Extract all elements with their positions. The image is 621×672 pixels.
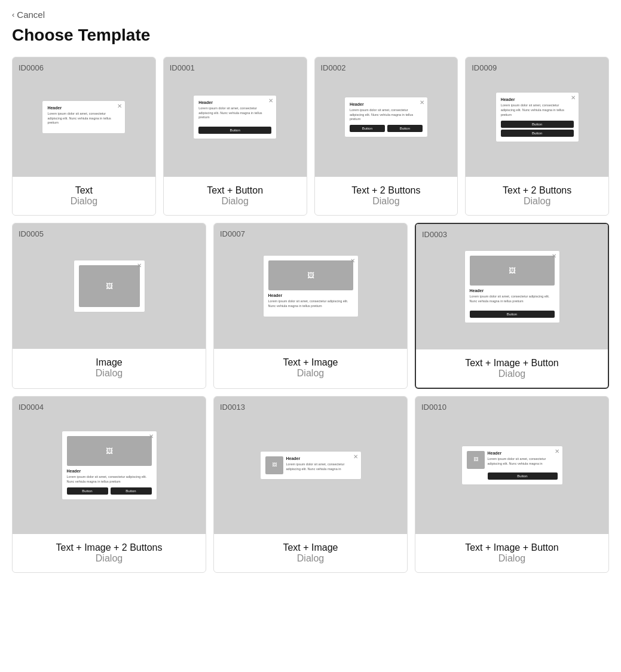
template-card-id0005[interactable]: ID0005 ✕ 🖼 Image Dialog bbox=[12, 223, 206, 389]
card-line1-id0005: Image bbox=[19, 357, 200, 368]
card-label-id0007: Text + Image Dialog bbox=[214, 349, 407, 387]
card-preview-id0009: ID0009 ✕ Header Lorem ipsum dolor sit am… bbox=[466, 57, 608, 177]
template-id-id0013: ID0013 bbox=[220, 403, 245, 412]
page-title: Choose Template bbox=[12, 26, 609, 45]
mini-dialog-id0013: ✕ 🖼 Header Lorem ipsum dolor sit amet, c… bbox=[260, 451, 362, 480]
card-label-id0002: Text + 2 Buttons Dialog bbox=[315, 177, 458, 215]
card-line1-id0006: Text bbox=[19, 185, 149, 196]
template-grid-row2: ID0005 ✕ 🖼 Image Dialog ID0007 ✕ 🖼 Heade… bbox=[12, 223, 609, 389]
card-line2-id0004: Dialog bbox=[19, 553, 200, 564]
card-line1-id0001: Text + Button bbox=[170, 185, 301, 196]
card-line1-id0003: Text + Image + Button bbox=[422, 358, 602, 369]
card-label-id0004: Text + Image + 2 Buttons Dialog bbox=[13, 534, 206, 572]
card-line1-id0013: Text + Image bbox=[220, 542, 401, 553]
card-line2-id0006: Dialog bbox=[19, 196, 149, 207]
template-id-id0010: ID0010 bbox=[421, 403, 446, 412]
card-label-id0010: Text + Image + Button Dialog bbox=[415, 534, 608, 572]
template-id-id0005: ID0005 bbox=[19, 229, 44, 238]
card-line2-id0007: Dialog bbox=[220, 368, 401, 379]
card-line2-id0002: Dialog bbox=[321, 196, 452, 207]
mini-dialog-id0001: ✕ Header Lorem ipsum dolor sit amet, con… bbox=[193, 95, 277, 139]
card-label-id0009: Text + 2 Buttons Dialog bbox=[466, 177, 608, 215]
template-id-id0001: ID0001 bbox=[170, 63, 195, 72]
template-id-id0007: ID0007 bbox=[220, 229, 245, 238]
template-card-id0009[interactable]: ID0009 ✕ Header Lorem ipsum dolor sit am… bbox=[465, 57, 609, 216]
mini-dialog-id0002: ✕ Header Lorem ipsum dolor sit amet, con… bbox=[344, 97, 428, 137]
card-line1-id0004: Text + Image + 2 Buttons bbox=[19, 542, 200, 553]
template-grid-row1: ID0006 ✕ Header Lorem ipsum dolor sit am… bbox=[12, 57, 609, 216]
card-label-id0001: Text + Button Dialog bbox=[164, 177, 307, 215]
card-line2-id0003: Dialog bbox=[422, 369, 602, 379]
card-preview-id0003: ID0003 ✕ 🖼 Header Lorem ipsum dolor sit … bbox=[416, 224, 608, 349]
card-line2-id0009: Dialog bbox=[472, 196, 602, 207]
card-line1-id0002: Text + 2 Buttons bbox=[321, 185, 452, 196]
mini-dialog-id0005: ✕ 🖼 bbox=[74, 260, 145, 312]
card-preview-id0004: ID0004 ✕ 🖼 Header Lorem ipsum dolor sit … bbox=[13, 397, 206, 534]
back-label: Cancel bbox=[17, 10, 45, 20]
mini-dialog-id0010: ✕ 🖼 Header Lorem ipsum dolor sit amet, c… bbox=[461, 446, 563, 485]
card-line2-id0005: Dialog bbox=[19, 368, 200, 379]
template-card-id0001[interactable]: ID0001 ✕ Header Lorem ipsum dolor sit am… bbox=[163, 57, 307, 216]
card-preview-id0006: ID0006 ✕ Header Lorem ipsum dolor sit am… bbox=[13, 57, 155, 177]
chevron-left-icon: ‹ bbox=[12, 10, 14, 19]
template-card-id0004[interactable]: ID0004 ✕ 🖼 Header Lorem ipsum dolor sit … bbox=[12, 396, 206, 573]
template-id-id0009: ID0009 bbox=[472, 63, 497, 72]
template-grid-row3: ID0004 ✕ 🖼 Header Lorem ipsum dolor sit … bbox=[12, 396, 609, 573]
template-id-id0003: ID0003 bbox=[422, 230, 447, 239]
template-card-id0013[interactable]: ID0013 ✕ 🖼 Header Lorem ipsum dolor sit … bbox=[213, 396, 408, 573]
card-preview-id0010: ID0010 ✕ 🖼 Header Lorem ipsum dolor sit … bbox=[415, 397, 608, 534]
card-label-id0006: Text Dialog bbox=[13, 177, 155, 215]
mini-dialog-id0006: ✕ Header Lorem ipsum dolor sit amet, con… bbox=[42, 100, 126, 134]
template-card-id0007[interactable]: ID0007 ✕ 🖼 Header Lorem ipsum dolor sit … bbox=[213, 223, 408, 389]
template-card-id0002[interactable]: ID0002 ✕ Header Lorem ipsum dolor sit am… bbox=[314, 57, 458, 216]
card-label-id0005: Image Dialog bbox=[13, 349, 206, 387]
card-preview-id0005: ID0005 ✕ 🖼 bbox=[13, 223, 206, 349]
mini-dialog-id0004: ✕ 🖼 Header Lorem ipsum dolor sit amet, c… bbox=[62, 431, 157, 499]
card-line2-id0001: Dialog bbox=[170, 196, 301, 207]
card-label-id0013: Text + Image Dialog bbox=[214, 534, 407, 572]
card-line1-id0010: Text + Image + Button bbox=[421, 542, 602, 553]
mini-dialog-id0009: ✕ Header Lorem ipsum dolor sit amet, con… bbox=[495, 92, 579, 142]
back-button[interactable]: ‹ Cancel bbox=[12, 10, 45, 20]
card-preview-id0001: ID0001 ✕ Header Lorem ipsum dolor sit am… bbox=[164, 57, 307, 177]
card-label-id0003: Text + Image + Button Dialog bbox=[416, 349, 608, 388]
template-id-id0002: ID0002 bbox=[321, 63, 346, 72]
template-card-id0010[interactable]: ID0010 ✕ 🖼 Header Lorem ipsum dolor sit … bbox=[415, 396, 609, 573]
card-line2-id0010: Dialog bbox=[421, 553, 602, 564]
mini-dialog-id0007: ✕ 🖼 Header Lorem ipsum dolor sit amet, c… bbox=[263, 255, 359, 317]
card-line2-id0013: Dialog bbox=[220, 553, 401, 564]
card-preview-id0002: ID0002 ✕ Header Lorem ipsum dolor sit am… bbox=[315, 57, 458, 177]
card-preview-id0013: ID0013 ✕ 🖼 Header Lorem ipsum dolor sit … bbox=[214, 397, 407, 534]
template-card-id0003[interactable]: ID0003 ✕ 🖼 Header Lorem ipsum dolor sit … bbox=[415, 223, 609, 389]
template-id-id0004: ID0004 bbox=[19, 403, 44, 412]
card-line1-id0009: Text + 2 Buttons bbox=[472, 185, 602, 196]
card-preview-id0007: ID0007 ✕ 🖼 Header Lorem ipsum dolor sit … bbox=[214, 223, 407, 349]
template-card-id0006[interactable]: ID0006 ✕ Header Lorem ipsum dolor sit am… bbox=[12, 57, 156, 216]
card-line1-id0007: Text + Image bbox=[220, 357, 401, 368]
mini-dialog-id0003: ✕ 🖼 Header Lorem ipsum dolor sit amet, c… bbox=[464, 250, 560, 323]
template-id-id0006: ID0006 bbox=[19, 63, 44, 72]
